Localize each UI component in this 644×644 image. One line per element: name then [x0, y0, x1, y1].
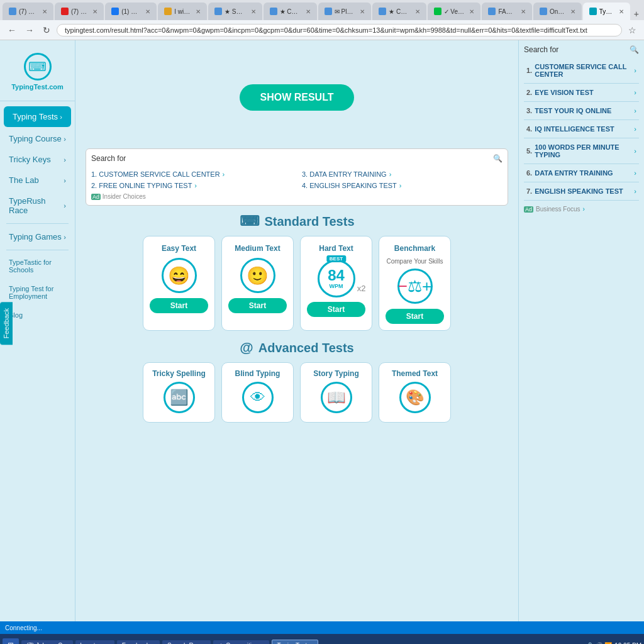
best-badge: BEST: [326, 255, 346, 262]
start-button[interactable]: ⊞: [3, 638, 19, 644]
right-ad-item-3[interactable]: 3. TEST YOUR IQ ONLINE ›: [524, 102, 639, 120]
tab-2[interactable]: (1) Facebook... ✕: [105, 3, 157, 20]
taskbar-item-3[interactable]: Search Req...: [162, 640, 211, 645]
arrow-icon: ›: [194, 182, 197, 189]
easy-text-title: Easy Text: [150, 244, 208, 253]
advanced-tests-header: @ Advanced Tests: [86, 340, 508, 356]
page-layout: ⌨ TypingTest.com Typing Tests › Typing C…: [0, 40, 644, 621]
chevron-icon: ›: [64, 135, 66, 143]
sidebar-divider-2: [6, 250, 69, 250]
right-ad-item-7[interactable]: 7. ENGLISH SPEAKING TEST ›: [524, 182, 639, 201]
tab-0[interactable]: (7) Johnny C... ✕: [3, 3, 53, 20]
tab-9[interactable]: FAQ exampl... ✕: [482, 3, 532, 20]
sidebar-item-the-lab[interactable]: The Lab ›: [0, 170, 75, 191]
tab-1[interactable]: (7) how to p... ✕: [55, 3, 104, 20]
ad-item-2[interactable]: 2. FREE ONLINE TYPING TEST ›: [91, 180, 292, 191]
tricky-spelling-icon: 🔤: [164, 382, 195, 413]
show-result-button[interactable]: SHOW RESULT: [240, 84, 353, 111]
ad-item-3[interactable]: 3. DATA ENTRY TRAINING ›: [302, 169, 502, 179]
themed-text-title: Themed Text: [384, 369, 445, 378]
benchmark-start-button[interactable]: Start: [386, 309, 444, 324]
hard-text-title: Hard Text: [307, 244, 365, 253]
tab-active[interactable]: TypingTest... ✕: [583, 3, 630, 20]
right-ad-item-4[interactable]: 4. IQ INTELLIGENCE TEST ›: [524, 120, 639, 138]
sidebar-item-typetastic[interactable]: TypeTastic for Schools: [0, 253, 75, 279]
arrow-icon: ›: [223, 170, 225, 178]
keyboard-icon: ⌨: [240, 213, 260, 230]
arrow-icon: ›: [634, 169, 636, 177]
bookmark-button[interactable]: ☆: [626, 24, 639, 36]
arrow-icon: ›: [634, 147, 636, 155]
chevron-icon: ›: [60, 113, 62, 121]
taskbar-item-1[interactable]: how to p...: [75, 640, 114, 645]
taskbar-tray: 🔒 🔊 📶 10:05 PM: [586, 642, 641, 645]
sidebar-item-typing-course[interactable]: Typing Course ›: [0, 128, 75, 149]
taskbar-item-active[interactable]: TypingTest...: [272, 640, 318, 645]
sidebar-divider: [6, 223, 69, 224]
at-icon: @: [240, 340, 253, 356]
themed-text-card[interactable]: Themed Text 🎨: [379, 362, 451, 423]
back-button[interactable]: ←: [5, 24, 19, 36]
sidebar-item-typing-games[interactable]: Typing Games ›: [0, 226, 75, 247]
right-sidebar: Search for 🔍 1. CUSTOMER SERVICE CALL CE…: [518, 40, 644, 621]
standard-tests-header: ⌨ Standard Tests: [86, 213, 508, 230]
right-footer-arrow: ›: [583, 206, 585, 213]
hard-text-start-button[interactable]: Start: [307, 302, 365, 317]
taskbar-item-2[interactable]: Facebook...: [117, 640, 160, 645]
medium-text-title: Medium Text: [228, 244, 287, 253]
feedback-tab[interactable]: Feedback: [0, 302, 13, 345]
arrow-icon: ›: [634, 187, 636, 195]
ad-label: Ad: [524, 206, 533, 213]
tab-3[interactable]: I will be you... ✕: [158, 3, 207, 20]
right-ad-item-6[interactable]: 6. DATA ENTRY TRAINING ›: [524, 164, 639, 182]
clock: 10:05 PM: [614, 642, 641, 645]
ad-label-icon: Ad: [91, 194, 101, 200]
sidebar-item-typerush[interactable]: TypeRush Race ›: [0, 191, 75, 221]
taskbar-item-4[interactable]: ★ Copywriting...: [213, 640, 269, 645]
advanced-tests-grid: Tricky Spelling 🔤 Blind Typing 👁 Story T…: [86, 362, 508, 423]
benchmark-title: Benchmark: [386, 244, 444, 253]
medium-text-icon: 🙂: [240, 258, 275, 293]
standard-tests-grid: Easy Text 😄 Start Medium Text 🙂 Start Ha…: [86, 236, 508, 331]
taskbar-item-0[interactable]: (7) Johnny C...: [21, 640, 73, 645]
sidebar-item-typing-tests[interactable]: Typing Tests ›: [4, 106, 71, 127]
tab-5[interactable]: ★ Copywriting... ✕: [264, 3, 317, 20]
ad-item-4[interactable]: 4. ENGLISH SPEAKING TEST ›: [302, 180, 502, 191]
logo-icon: ⌨: [24, 53, 52, 80]
refresh-button[interactable]: ↻: [40, 24, 53, 36]
sidebar-item-tricky-keys[interactable]: Tricky Keys ›: [0, 149, 75, 170]
tab-10[interactable]: Online Voic... ✕: [533, 3, 582, 20]
easy-text-card[interactable]: Easy Text 😄 Start: [143, 236, 215, 331]
ad-search-header: Search for 🔍: [91, 154, 502, 163]
url-input[interactable]: [57, 24, 622, 36]
forward-button[interactable]: →: [23, 24, 36, 36]
tab-8[interactable]: ✓ Verify Email... ✕: [428, 3, 481, 20]
easy-text-start-button[interactable]: Start: [150, 298, 208, 313]
arrow-icon: ›: [399, 182, 402, 189]
medium-text-card[interactable]: Medium Text 🙂 Start: [221, 236, 294, 331]
arrow-icon: ›: [634, 67, 636, 74]
story-typing-card[interactable]: Story Typing 📖: [300, 362, 372, 423]
wpm-unit: WPM: [330, 283, 343, 289]
medium-text-start-button[interactable]: Start: [228, 298, 287, 313]
tricky-spelling-title: Tricky Spelling: [148, 369, 209, 378]
tray-icons: 🔒 🔊 📶: [586, 642, 613, 645]
right-ad-item-5[interactable]: 5. 100 WORDS PER MINUTE TYPING ›: [524, 138, 639, 164]
new-tab-button[interactable]: +: [631, 8, 641, 20]
blind-typing-icon: 👁: [242, 382, 274, 413]
ad-item-1[interactable]: 1. CUSTOMER SERVICE CALL CENTER ›: [91, 169, 292, 179]
arrow-icon: ›: [634, 89, 636, 96]
tab-7[interactable]: ★ Copywriting... ✕: [372, 3, 426, 20]
status-bar: Connecting...: [0, 621, 644, 634]
blind-typing-card[interactable]: Blind Typing 👁: [221, 362, 294, 423]
main-content: SHOW RESULT Search for 🔍 1. CUSTOMER SER…: [75, 40, 518, 621]
arrow-icon: ›: [634, 107, 636, 114]
tab-6[interactable]: ✉ Please verif... ✕: [318, 3, 372, 20]
right-ad-item-1[interactable]: 1. CUSTOMER SERVICE CALL CENTER ›: [524, 58, 639, 84]
themed-text-icon: 🎨: [399, 382, 431, 413]
benchmark-card[interactable]: Benchmark Compare Your Skills −⚖+ Start: [379, 236, 451, 331]
tab-4[interactable]: ★ Search Req... ✕: [208, 3, 262, 20]
right-ad-item-2[interactable]: 2. EYE VISION TEST ›: [524, 84, 639, 102]
tricky-spelling-card[interactable]: Tricky Spelling 🔤: [143, 362, 215, 423]
hard-text-card[interactable]: Hard Text BEST 84 WPM x2 Start: [300, 236, 372, 331]
